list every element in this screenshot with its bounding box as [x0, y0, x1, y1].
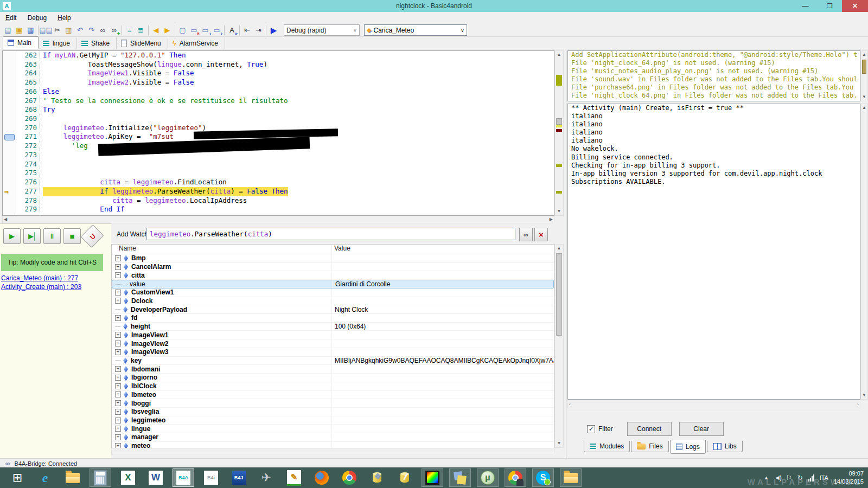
undo-icon[interactable]: ↶	[74, 25, 86, 36]
file-explorer-icon[interactable]	[62, 469, 83, 486]
expand-icon[interactable]: +	[115, 255, 121, 261]
breakpoint-margin[interactable]	[3, 97, 16, 106]
table-row[interactable]: +ImageView1	[112, 331, 554, 339]
open-file-icon[interactable]: ▣	[14, 25, 25, 36]
expand-icon[interactable]: +	[115, 418, 121, 423]
breakpoint-margin[interactable]	[3, 178, 16, 187]
utorrent-icon[interactable]: µ	[477, 469, 498, 486]
warnings-scrollbar[interactable]: ▲ ▼	[860, 50, 868, 101]
expand-icon[interactable]: +	[115, 332, 121, 338]
calculator-icon[interactable]	[90, 469, 111, 486]
table-row[interactable]: +lbsveglia	[112, 408, 554, 416]
toggle-breakpoints-button[interactable]: ∪	[80, 224, 104, 248]
breakpoint-margin[interactable]	[3, 60, 16, 69]
breakpoint-margin[interactable]	[3, 196, 16, 206]
step-over-button[interactable]: ▶│	[23, 228, 41, 244]
code-line[interactable]: 275	[3, 169, 554, 178]
stop-button[interactable]: ■	[63, 228, 81, 244]
column-header-value[interactable]: Value	[331, 245, 554, 254]
b4i-icon[interactable]: B4i	[201, 469, 221, 486]
expand-icon[interactable]: +	[115, 349, 121, 355]
find-next-icon[interactable]: ∞+	[108, 25, 120, 36]
indent-icon[interactable]: ⇥	[253, 25, 264, 36]
close-button[interactable]: ✕	[842, 0, 868, 12]
minimize-button[interactable]: —	[793, 0, 818, 12]
expand-icon[interactable]: +	[115, 315, 121, 321]
code-editor[interactable]: 262If myLAN.GetMyIP = "127.0.0.1" Then26…	[2, 50, 554, 216]
b4a-icon[interactable]: B4A	[173, 469, 194, 486]
table-row[interactable]: +manager	[112, 433, 554, 442]
code-line[interactable]: 274	[3, 160, 554, 169]
log-vertical-scrollbar[interactable]: ▲ ▼	[860, 104, 868, 400]
keyboard-language[interactable]: ITA	[820, 474, 828, 481]
b4j-icon[interactable]: B4J	[228, 469, 249, 486]
table-row[interactable]: −citta	[112, 271, 554, 280]
table-row[interactable]: height100 (0x64)	[112, 323, 554, 331]
word-icon[interactable]: W	[145, 469, 166, 486]
module-selector-dropdown[interactable]: ◆ Carica_Meteo ∨	[364, 24, 467, 36]
menu-help[interactable]: Help	[52, 13, 76, 23]
pause-button[interactable]: ‖	[43, 228, 61, 244]
code-line[interactable]: 279 End If	[3, 205, 554, 214]
new-file-icon[interactable]: ▤	[2, 25, 14, 36]
code-line[interactable]: 268Try	[3, 105, 554, 114]
breakpoint-margin[interactable]	[3, 205, 16, 214]
code-line[interactable]: 269	[3, 114, 554, 124]
copy-icon[interactable]: ▤▤	[40, 25, 52, 36]
sticky-notes-icon[interactable]	[450, 469, 470, 486]
column-header-name[interactable]: Name	[112, 245, 331, 254]
expand-icon[interactable]: +	[115, 366, 121, 372]
expand-icon[interactable]: +	[115, 264, 121, 270]
code-horizontal-scrollbar[interactable]: ◀ ▶	[2, 216, 554, 223]
table-row[interactable]: keyMIIBIjANBgkqhkiG9w0BAQEFAAOCAQ8AMIIBC…	[112, 357, 554, 365]
update-icon[interactable]: ↻	[797, 474, 803, 481]
code-line[interactable]: ⇒277 If leggimeteo.ParseWeather(citta) =…	[3, 187, 554, 196]
breakpoint-margin[interactable]	[3, 78, 16, 87]
tab-shake[interactable]: Shake	[77, 37, 117, 49]
compiler-warnings-log[interactable]: Add SetApplicationAttribute(android:them…	[567, 50, 860, 101]
tab-main[interactable]: Main	[3, 36, 39, 49]
expand-icon[interactable]: +	[115, 290, 121, 296]
plane-tool-icon[interactable]: ✈	[256, 469, 277, 486]
code-line[interactable]: 273	[3, 151, 554, 160]
table-row[interactable]: +CancelAlarm	[112, 263, 554, 272]
uncomment-icon[interactable]: ≣	[135, 25, 146, 36]
tab-files[interactable]: Files	[631, 441, 668, 452]
code-line[interactable]: 263 ToastMessageShow(lingue.conn_interne…	[3, 60, 554, 69]
expand-icon[interactable]: +	[115, 400, 121, 406]
table-row[interactable]: +ImageView2	[112, 339, 554, 348]
code-line[interactable]: 265 ImageView2.Visible = False	[3, 78, 554, 87]
table-row[interactable]: +lingue	[112, 425, 554, 433]
restore-button[interactable]: ❐	[818, 0, 842, 12]
expand-icon[interactable]: +	[115, 298, 121, 304]
runtime-log[interactable]: ** Activity (main) Create, isFirst = tru…	[567, 104, 860, 400]
database-tool-icon[interactable]	[367, 469, 387, 486]
remove-comment-icon[interactable]: ▭×	[188, 25, 200, 36]
table-row[interactable]: +Bmp	[112, 254, 554, 263]
table-row[interactable]: +lbmeteo	[112, 391, 554, 400]
tray-expand-icon[interactable]: ▲	[764, 475, 769, 480]
skype-icon[interactable]: S	[533, 469, 553, 486]
designer-icon[interactable]: ▢	[177, 25, 188, 36]
excel-icon[interactable]: X	[118, 469, 138, 486]
debug-mode-dropdown[interactable]: Debug (rapid) ∨	[284, 24, 360, 36]
volume-icon[interactable]: ◄)	[774, 474, 781, 481]
tab-modules[interactable]: Modules	[584, 441, 630, 452]
table-row[interactable]: +leggimeteo	[112, 416, 554, 425]
table-row[interactable]: +lbgiorno	[112, 374, 554, 382]
code-line[interactable]: 267' Testo se la connessione è ok e se r…	[3, 97, 554, 106]
outdent-icon[interactable]: ⇤	[241, 25, 253, 36]
paste-icon[interactable]: ▥	[63, 25, 74, 36]
breakpoint-margin[interactable]	[3, 51, 16, 60]
file-explorer-2-icon[interactable]	[560, 469, 581, 486]
watch-vertical-scrollbar[interactable]: ▲ ▼	[554, 244, 564, 448]
expand-icon[interactable]: +	[115, 409, 121, 415]
navigate-back-icon[interactable]: ◀	[150, 25, 162, 36]
breakpoint-margin[interactable]	[3, 124, 16, 133]
navigate-forward-icon[interactable]: ▶	[162, 25, 173, 36]
tab-libs[interactable]: Libs	[707, 441, 743, 452]
redo-icon[interactable]: ↷	[86, 25, 97, 36]
comment-icon[interactable]: ≡	[124, 25, 135, 36]
expand-icon[interactable]: +	[115, 375, 121, 381]
sql-quill-icon[interactable]	[394, 469, 415, 486]
